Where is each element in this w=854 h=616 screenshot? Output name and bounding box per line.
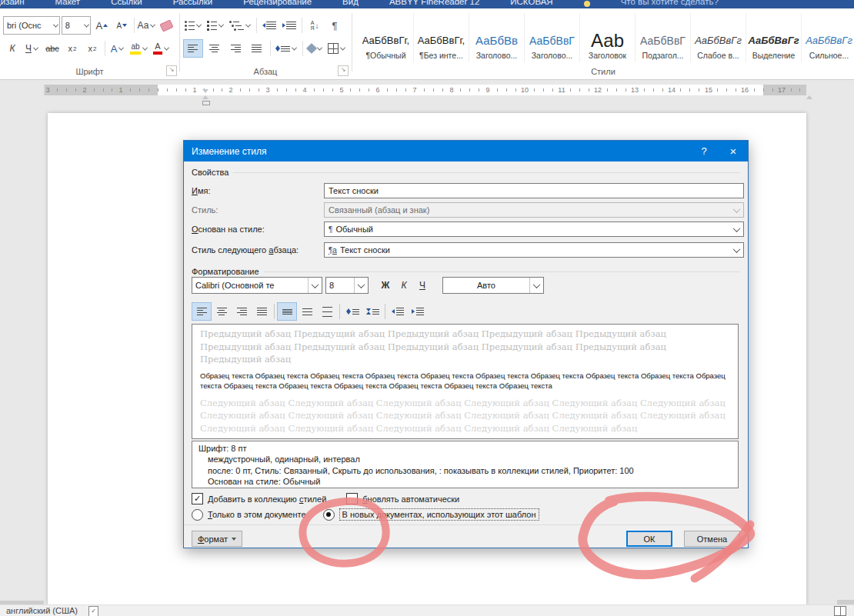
font-name-combo[interactable]: bri (Оснс xyxy=(3,16,60,35)
auto-update-checkbox[interactable] xyxy=(346,493,358,504)
shrink-font-button[interactable]: А xyxy=(112,17,131,34)
underline-button[interactable]: Ч xyxy=(413,277,432,294)
read-mode-icon[interactable] xyxy=(834,606,846,616)
dialog-title-bar[interactable]: Изменение стиля ? × xyxy=(184,141,748,161)
style-name-input[interactable]: Текст сноски xyxy=(324,183,744,198)
text-effects-button[interactable]: А xyxy=(108,40,127,57)
numbering-button[interactable] xyxy=(205,17,226,34)
tab-mailings[interactable]: Рассылки xyxy=(173,0,213,8)
dropdown-arrow-icon[interactable] xyxy=(292,45,297,50)
style-item-heading2[interactable]: АаБбВвГ Заголово... xyxy=(525,13,580,62)
tab-layout[interactable]: Макет xyxy=(55,0,81,8)
dropdown-arrow-icon[interactable] xyxy=(196,22,202,27)
based-on-combo[interactable]: ¶Обычный xyxy=(324,221,744,237)
dropdown-arrow-icon[interactable] xyxy=(311,281,319,288)
align-left-button[interactable] xyxy=(183,39,203,58)
font-color-button[interactable]: А xyxy=(152,40,172,57)
justify-button[interactable] xyxy=(247,39,267,58)
format-font-combo[interactable]: Calibri (Основной те xyxy=(192,277,322,294)
superscript-button[interactable]: x2 xyxy=(83,40,102,57)
hanging-indent-marker[interactable] xyxy=(202,95,208,99)
tab-view[interactable]: Вид xyxy=(342,0,359,8)
only-this-document-radio[interactable] xyxy=(192,509,203,521)
close-button[interactable]: × xyxy=(719,141,748,161)
font-dialog-launcher[interactable]: ↘ xyxy=(166,65,177,76)
bold-button[interactable]: Ж xyxy=(376,277,395,294)
increase-indent-button[interactable] xyxy=(408,302,428,321)
style-item-title[interactable]: Ааb Заголовок xyxy=(580,13,635,62)
dropdown-arrow-icon[interactable] xyxy=(340,45,345,50)
tab-references[interactable]: Ссылки xyxy=(111,0,142,8)
italic-button[interactable]: К xyxy=(395,277,413,294)
add-to-gallery-checkbox[interactable]: ✓ xyxy=(192,493,203,504)
dropdown-arrow-icon[interactable] xyxy=(532,281,540,288)
font-color-combo[interactable]: Авто xyxy=(442,277,544,294)
style-item-subtitle[interactable]: АаБбВвГ Подзагол... xyxy=(635,13,691,62)
sort-button[interactable]: АЯ ↓ xyxy=(305,17,324,34)
show-marks-button[interactable]: ¶ xyxy=(325,17,344,34)
align-right-button[interactable] xyxy=(225,39,245,58)
align-center-button[interactable] xyxy=(205,39,225,58)
decrease-indent-button[interactable] xyxy=(388,302,408,321)
font-size-combo[interactable]: 8 xyxy=(62,16,91,35)
change-case-button[interactable]: Аа xyxy=(138,17,156,34)
right-indent-marker[interactable] xyxy=(806,95,812,99)
ok-button[interactable]: ОК xyxy=(626,531,672,547)
style-item-no-spacing[interactable]: АаБбВвГг, ¶Без инте... xyxy=(414,13,469,62)
highlight-button[interactable]: ab xyxy=(128,40,150,57)
dropdown-arrow-icon[interactable] xyxy=(219,22,224,27)
multilevel-list-button[interactable] xyxy=(228,17,253,34)
style-item-intense-emphasis[interactable]: АаБбВвГг Сильное... xyxy=(802,13,854,62)
align-center-button[interactable] xyxy=(212,302,232,321)
line-spacing-button[interactable] xyxy=(274,40,300,57)
tab-abbyy[interactable]: ABBYY FineReader 12 xyxy=(389,0,479,8)
format-menu-button[interactable]: Формат xyxy=(192,531,242,547)
left-indent-marker[interactable] xyxy=(202,101,210,105)
decrease-paragraph-spacing-button[interactable] xyxy=(362,302,382,321)
dropdown-arrow-icon[interactable] xyxy=(317,45,322,50)
tab-review[interactable]: Рецензирование xyxy=(243,0,312,8)
dropdown-arrow-icon[interactable] xyxy=(84,22,89,27)
horizontal-ruler[interactable]: 3 2 1 1 2 3 4 5 6 7 8 9 10 11 12 13 14 1… xyxy=(48,85,806,95)
dropdown-arrow-icon[interactable] xyxy=(357,281,365,288)
increase-indent-button[interactable] xyxy=(280,17,299,34)
proofing-status-icon[interactable]: ✓ xyxy=(88,606,98,616)
help-button[interactable]: ? xyxy=(689,141,719,161)
decrease-indent-button[interactable] xyxy=(260,17,279,34)
clear-formatting-button[interactable] xyxy=(158,17,176,34)
one-half-spacing-button[interactable] xyxy=(297,302,317,321)
first-line-indent-marker[interactable] xyxy=(202,89,208,93)
underline-button[interactable]: Ч xyxy=(23,40,42,57)
grow-font-button[interactable]: А xyxy=(92,17,111,34)
language-indicator[interactable]: английский (США) xyxy=(6,606,78,615)
bullets-button[interactable] xyxy=(183,17,204,34)
borders-button[interactable] xyxy=(326,40,348,57)
double-spacing-button[interactable] xyxy=(317,302,337,321)
style-item-subtle-emphasis[interactable]: АаБбВвГг Слабое в... xyxy=(691,13,746,62)
single-spacing-button[interactable] xyxy=(277,302,297,321)
dropdown-arrow-icon[interactable] xyxy=(53,22,58,27)
format-size-combo[interactable]: 8 xyxy=(325,277,369,294)
style-item-normal[interactable]: АаБбВвГг, ¶Обычный xyxy=(359,13,414,62)
tell-me-box[interactable]: Что вы хотите сделать? xyxy=(621,0,719,8)
strikethrough-button[interactable]: abc xyxy=(43,40,62,57)
dropdown-arrow-icon[interactable] xyxy=(142,45,148,50)
dropdown-arrow-icon[interactable] xyxy=(245,22,251,27)
dropdown-arrow-icon[interactable] xyxy=(118,45,124,50)
new-documents-radio[interactable] xyxy=(323,509,335,521)
tab-custom[interactable]: ИСКОВАЯ xyxy=(510,0,552,8)
style-item-emphasis[interactable]: АаБбВвГг Выделение xyxy=(746,13,802,62)
next-style-combo[interactable]: ¶aТекст сноски xyxy=(324,242,744,258)
style-item-heading1[interactable]: АаБбВв Заголово... xyxy=(469,13,525,62)
dropdown-arrow-icon[interactable] xyxy=(164,45,169,50)
dropdown-arrow-icon[interactable] xyxy=(732,245,740,253)
align-left-button[interactable] xyxy=(192,302,212,321)
align-right-button[interactable] xyxy=(232,302,252,321)
shading-button[interactable] xyxy=(306,40,325,57)
italic-button[interactable]: К xyxy=(3,40,22,57)
tab-design[interactable]: дизайн xyxy=(0,0,25,8)
cancel-button[interactable]: Отмена xyxy=(684,531,740,547)
dropdown-arrow-icon[interactable] xyxy=(732,225,740,232)
paragraph-dialog-launcher[interactable]: ↘ xyxy=(338,65,349,76)
increase-paragraph-spacing-button[interactable] xyxy=(342,302,362,321)
